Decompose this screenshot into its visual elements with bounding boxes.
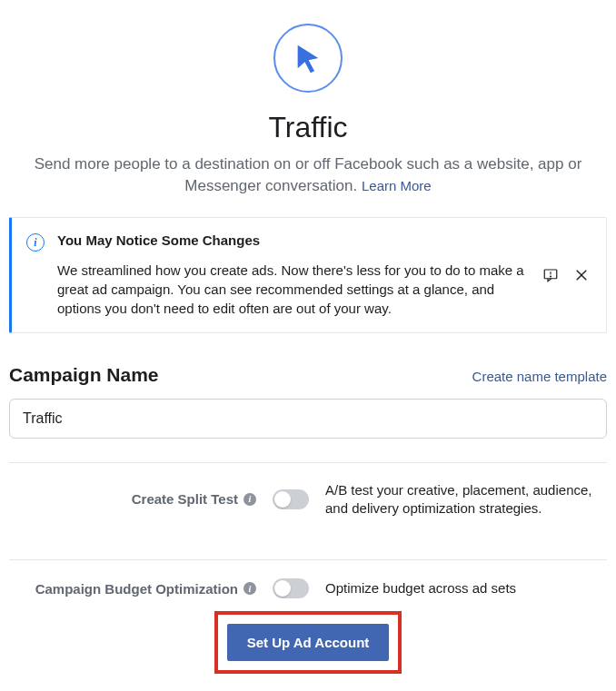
notice-body-text: We streamlined how you create ads. Now t… xyxy=(57,261,530,318)
traffic-icon xyxy=(273,24,343,93)
info-icon: i xyxy=(26,233,45,318)
campaign-name-heading: Campaign Name xyxy=(9,364,159,386)
split-test-description: A/B test your creative, placement, audie… xyxy=(325,481,607,518)
page-description: Send more people to a destination on or … xyxy=(9,153,607,197)
split-test-toggle[interactable] xyxy=(273,489,309,509)
cursor-arrow-icon xyxy=(293,43,323,74)
budget-optimization-row: Campaign Budget Optimization i Optimize … xyxy=(9,559,607,604)
budget-optimization-label: Campaign Budget Optimization xyxy=(35,581,238,597)
split-test-row: Create Split Test i A/B test your creati… xyxy=(9,462,607,537)
budget-optimization-toggle[interactable] xyxy=(273,578,309,598)
changes-notice: i You May Notice Some Changes We streaml… xyxy=(9,217,607,333)
svg-point-2 xyxy=(551,276,551,277)
info-icon[interactable]: i xyxy=(243,493,256,506)
notice-title: You May Notice Some Changes xyxy=(57,232,530,248)
budget-optimization-description: Optimize budget across ad sets xyxy=(325,579,607,597)
campaign-name-input[interactable] xyxy=(9,399,607,439)
split-test-label: Create Split Test xyxy=(132,491,238,507)
create-name-template-link[interactable]: Create name template xyxy=(472,369,607,384)
page-title: Traffic xyxy=(9,111,607,144)
cta-highlight-box: Set Up Ad Account xyxy=(214,611,402,674)
feedback-icon[interactable] xyxy=(542,267,559,283)
hero-section: Traffic Send more people to a destinatio… xyxy=(9,24,607,197)
learn-more-link[interactable]: Learn More xyxy=(362,178,432,193)
set-up-ad-account-button[interactable]: Set Up Ad Account xyxy=(227,624,390,661)
close-icon[interactable] xyxy=(573,267,590,283)
info-icon[interactable]: i xyxy=(243,582,256,595)
